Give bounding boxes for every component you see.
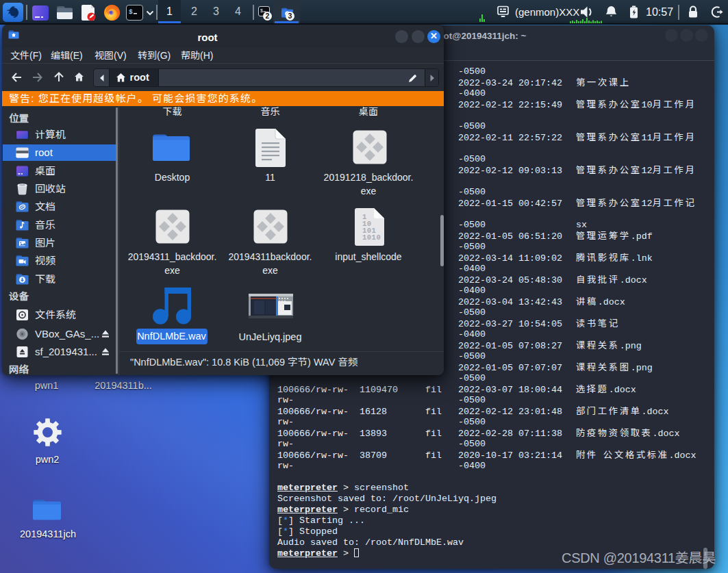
svg-text:1010: 1010 (362, 233, 381, 242)
svg-text:$: $ (129, 8, 133, 16)
svg-text:$: $ (260, 9, 263, 14)
